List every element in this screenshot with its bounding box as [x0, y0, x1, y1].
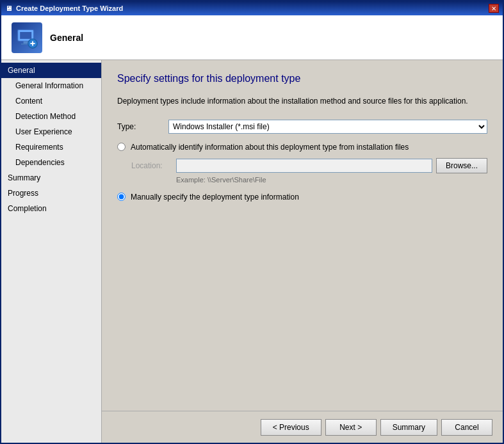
location-row: Location: Browse...	[131, 158, 487, 173]
sidebar-item-requirements[interactable]: Requirements	[1, 139, 101, 155]
wizard-window: 🖥 Create Deployment Type Wizard ✕ Genera…	[0, 0, 504, 444]
type-label: Type:	[117, 122, 168, 131]
content-area: General General Information Content Dete…	[1, 60, 503, 443]
sidebar-item-detection-method[interactable]: Detection Method	[1, 109, 101, 124]
location-input[interactable]	[176, 159, 432, 173]
close-button[interactable]: ✕	[489, 4, 499, 13]
main-content: Specify settings for this deployment typ…	[102, 60, 503, 411]
description-text: Deployment types include information abo…	[117, 96, 487, 107]
radio-auto-label: Automatically identify information about…	[131, 143, 409, 152]
browse-button[interactable]: Browse...	[436, 158, 487, 173]
sidebar-item-completion[interactable]: Completion	[1, 201, 101, 216]
svg-rect-1	[20, 32, 31, 39]
header-panel: General	[1, 15, 503, 60]
sidebar-item-general-information[interactable]: General Information	[1, 78, 101, 93]
cancel-button[interactable]: Cancel	[441, 419, 492, 436]
sidebar-item-general[interactable]: General	[1, 63, 101, 78]
example-text: Example: \\Server\Share\File	[176, 176, 487, 184]
header-title: General	[50, 33, 83, 43]
type-row: Type: Windows Installer (*.msi file) Scr…	[117, 120, 487, 134]
summary-button[interactable]: Summary	[380, 419, 437, 436]
footer: < Previous Next > Summary Cancel	[102, 411, 503, 443]
radio-manual-label: Manually specify the deployment type inf…	[131, 193, 299, 202]
sidebar-item-content[interactable]: Content	[1, 93, 101, 109]
type-control: Windows Installer (*.msi file) Script In…	[168, 120, 487, 134]
next-button[interactable]: Next >	[325, 419, 377, 436]
previous-button[interactable]: < Previous	[261, 419, 321, 436]
main-panel: Specify settings for this deployment typ…	[102, 60, 503, 443]
title-bar: 🖥 Create Deployment Type Wizard ✕	[1, 1, 503, 15]
svg-rect-6	[32, 41, 33, 45]
title-bar-left: 🖥 Create Deployment Type Wizard	[5, 4, 123, 12]
title-bar-icon: 🖥	[5, 4, 12, 12]
sidebar-item-dependencies[interactable]: Dependencies	[1, 155, 101, 170]
page-title: Specify settings for this deployment typ…	[117, 73, 487, 84]
sidebar-item-progress[interactable]: Progress	[1, 186, 101, 201]
window-title: Create Deployment Type Wizard	[16, 4, 123, 12]
location-label: Location:	[131, 161, 176, 170]
header-icon	[12, 22, 42, 53]
radio-manual-row: Manually specify the deployment type inf…	[117, 193, 487, 202]
sidebar: General General Information Content Dete…	[1, 60, 102, 443]
sidebar-item-summary[interactable]: Summary	[1, 170, 101, 186]
radio-auto[interactable]	[117, 143, 126, 151]
radio-manual[interactable]	[117, 193, 126, 201]
type-select[interactable]: Windows Installer (*.msi file) Script In…	[168, 120, 487, 134]
svg-rect-2	[24, 41, 28, 44]
radio-auto-row: Automatically identify information about…	[117, 143, 487, 152]
sidebar-item-user-experience[interactable]: User Experience	[1, 124, 101, 139]
